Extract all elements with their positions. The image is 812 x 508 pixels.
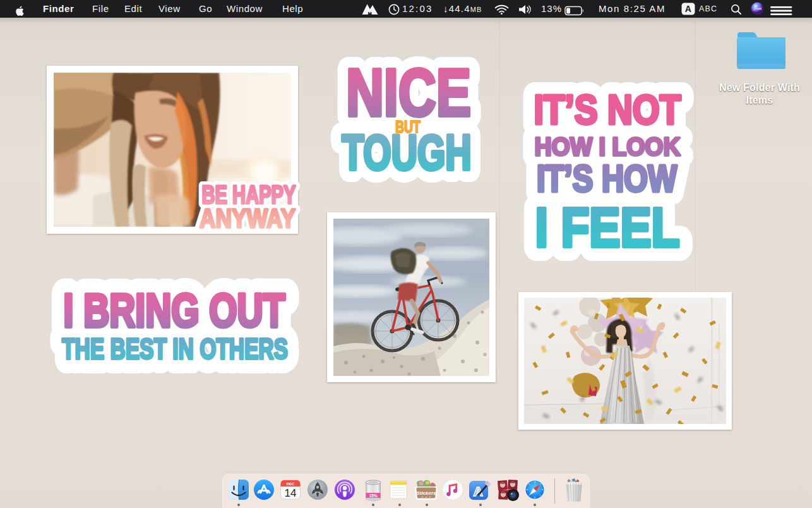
svg-text:15%: 15% — [369, 493, 377, 498]
svg-text:DEC: DEC — [287, 482, 295, 486]
svg-text:TOUGH: TOUGH — [342, 125, 472, 179]
svg-text:A: A — [685, 4, 692, 14]
svg-text:M: M — [368, 11, 373, 16]
svg-text:THE BEST IN OTHERS: THE BEST IN OTHERS — [62, 332, 288, 365]
svg-text:14: 14 — [285, 487, 297, 499]
svg-text:I BRING OUT: I BRING OUT — [64, 284, 285, 337]
svg-text:IT’S NOT: IT’S NOT — [534, 87, 681, 133]
svg-text:I FEEL: I FEEL — [535, 196, 680, 258]
svg-text:ANYWAY: ANYWAY — [200, 203, 296, 233]
svg-text:IT’S HOW: IT’S HOW — [537, 157, 677, 200]
svg-text:Stickers: Stickers — [416, 490, 436, 496]
